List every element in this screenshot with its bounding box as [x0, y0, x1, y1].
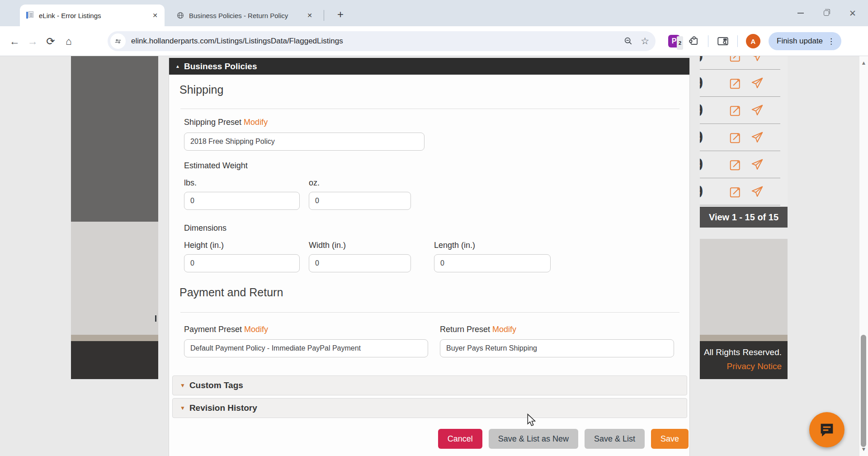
tab-business-policies[interactable]: Business Policies - Return Policy ✕ [170, 5, 319, 26]
collapse-triangle-icon: ▲ [175, 64, 180, 69]
send-icon[interactable] [750, 131, 764, 144]
custom-tags-panel[interactable]: ▼ Custom Tags [172, 375, 687, 395]
zoom-icon[interactable] [623, 36, 633, 46]
table-row: 9 [700, 97, 788, 124]
revision-history-panel[interactable]: ▼ Revision History [172, 398, 687, 418]
finish-update-label: Finish update [777, 37, 823, 46]
chat-widget-button[interactable] [809, 412, 844, 447]
save-button[interactable]: Save [651, 429, 689, 449]
edit-icon[interactable] [729, 185, 742, 199]
url-bar[interactable]: elink.hollanderparts.com/Listings/Listin… [108, 31, 656, 51]
return-preset-modify-link[interactable]: Modify [492, 325, 516, 334]
send-icon[interactable] [750, 158, 764, 171]
right-column-block-light [700, 239, 788, 335]
table-row: 9 [700, 70, 788, 97]
send-icon[interactable] [750, 76, 764, 90]
section-divider [180, 312, 679, 313]
tab-elink-error-listings[interactable]: eLink - Error Listings ✕ [20, 5, 165, 26]
close-window-icon[interactable]: ✕ [849, 9, 856, 18]
new-tab-button[interactable]: + [333, 7, 348, 23]
cancel-button[interactable]: Cancel [438, 429, 482, 449]
width-label: Width (in.) [309, 241, 346, 250]
listing-edit-form: ▲ Business Policies Shipping Shipping Pr… [169, 58, 690, 456]
site-info-icon[interactable] [110, 33, 126, 49]
business-policies-header[interactable]: ▲ Business Policies [169, 58, 689, 75]
save-list-as-new-button[interactable]: Save & List as New [489, 429, 578, 449]
side-panel-search-icon[interactable] [717, 35, 729, 47]
shipping-preset-input[interactable] [184, 133, 425, 151]
payment-preset-input[interactable] [184, 339, 428, 357]
tab-divider [324, 10, 324, 21]
expand-triangle-icon: ▼ [180, 383, 185, 388]
forward-icon[interactable]: → [24, 32, 42, 50]
extension-badge: 2 [677, 36, 683, 50]
listing-number: 9 [700, 182, 711, 202]
edit-icon[interactable] [729, 76, 742, 90]
send-icon[interactable] [750, 104, 764, 117]
section-divider [180, 109, 679, 109]
minimize-window-icon[interactable] [797, 13, 804, 14]
save-and-list-button[interactable]: Save & List [585, 429, 645, 449]
listing-number: 9 [700, 56, 711, 66]
listing-number: 9 [700, 101, 711, 120]
close-tab-icon[interactable]: ✕ [305, 10, 315, 20]
table-row: 9 [700, 56, 788, 70]
edit-icon[interactable] [729, 56, 742, 63]
return-preset-input[interactable] [440, 339, 674, 357]
scroll-up-icon[interactable]: ▲ [859, 60, 868, 66]
expand-triangle-icon: ▼ [180, 405, 185, 411]
browser-menu-icon[interactable]: ⋮ [827, 37, 835, 46]
height-input[interactable] [184, 254, 300, 272]
left-column-block-dark [71, 56, 158, 222]
width-input[interactable] [309, 254, 411, 272]
home-icon[interactable]: ⌂ [60, 32, 78, 50]
oz-label: oz. [309, 178, 320, 188]
toolbar-divider [708, 35, 708, 47]
listing-number: 9 [700, 74, 711, 93]
send-icon[interactable] [750, 56, 764, 63]
table-pager: View 1 - 15 of 15 [700, 207, 788, 228]
back-icon[interactable]: ← [5, 32, 24, 50]
extensions-puzzle-icon[interactable] [688, 35, 700, 47]
length-input[interactable] [434, 254, 551, 272]
edit-icon[interactable] [729, 158, 742, 171]
password-extension-icon[interactable]: P 2 [668, 35, 680, 48]
toolbar-divider [737, 35, 738, 47]
restore-window-icon[interactable] [824, 10, 829, 16]
shipping-section-title: Shipping [179, 83, 223, 96]
left-column-footer-block [71, 341, 158, 379]
payment-preset-label: Payment Preset Modify [184, 325, 268, 334]
edit-icon[interactable] [729, 104, 742, 117]
form-actions: Cancel Save & List as New Save & List Sa… [438, 429, 689, 449]
estimated-weight-label: Estimated Weight [184, 161, 248, 171]
shipping-preset-modify-link[interactable]: Modify [244, 118, 268, 127]
close-tab-icon[interactable]: ✕ [150, 10, 160, 20]
globe-icon [176, 11, 184, 19]
reload-icon[interactable]: ⟳ [42, 32, 60, 50]
lbs-input[interactable] [184, 192, 300, 210]
page-scrollbar[interactable]: ▲ ▼ [859, 56, 868, 456]
oz-input[interactable] [309, 192, 411, 210]
listing-number: 9 [700, 128, 711, 147]
profile-avatar[interactable]: A [746, 34, 760, 48]
page-content: 9 9 9 9 9 9 View 1 - 15 o [0, 56, 868, 456]
return-preset-label: Return Preset Modify [440, 325, 516, 334]
length-label: Length (in.) [434, 241, 475, 250]
tab-title: Business Policies - Return Policy [189, 12, 305, 19]
finish-update-button[interactable]: Finish update ⋮ [769, 32, 841, 50]
shipping-preset-label: Shipping Preset Modify [184, 118, 268, 127]
scrollbar-thumb[interactable] [861, 335, 866, 447]
send-icon[interactable] [750, 185, 764, 199]
height-label: Height (in.) [184, 241, 224, 250]
edit-icon[interactable] [729, 131, 742, 144]
payment-preset-modify-link[interactable]: Modify [244, 325, 268, 334]
url-text[interactable]: elink.hollanderparts.com/Listings/Listin… [131, 37, 623, 46]
table-row: 9 [700, 124, 788, 151]
listing-number: 9 [700, 155, 711, 175]
scroll-down-icon[interactable]: ▼ [859, 446, 868, 452]
business-policies-title: Business Policies [184, 62, 257, 71]
tab-strip: eLink - Error Listings ✕ Business Polici… [0, 0, 868, 26]
privacy-notice-link[interactable]: Privacy Notice [700, 361, 782, 371]
bookmark-star-icon[interactable]: ☆ [641, 36, 649, 47]
window-controls: ✕ [797, 0, 868, 26]
